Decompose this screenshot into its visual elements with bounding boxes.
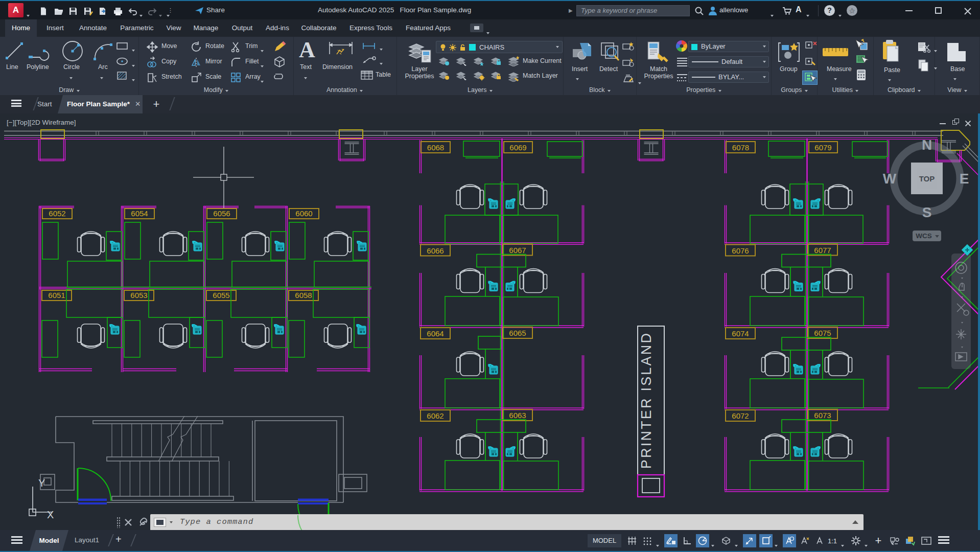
svg-text:6067: 6067 <box>509 246 526 255</box>
svg-text:N: N <box>922 137 932 153</box>
svg-text:6054: 6054 <box>131 209 148 218</box>
svg-text:6055: 6055 <box>213 291 229 300</box>
svg-text:6075: 6075 <box>814 329 831 337</box>
svg-text:6072: 6072 <box>732 411 749 420</box>
svg-text:6068: 6068 <box>427 143 444 152</box>
svg-text:6053: 6053 <box>130 291 147 300</box>
svg-text:6069: 6069 <box>509 143 526 152</box>
svg-text:6073: 6073 <box>814 411 831 420</box>
svg-text:6051: 6051 <box>48 291 65 300</box>
svg-text:6065: 6065 <box>509 329 526 337</box>
svg-text:6074: 6074 <box>732 329 749 338</box>
svg-text:6077: 6077 <box>814 246 831 255</box>
svg-text:6056: 6056 <box>213 209 230 218</box>
svg-text:X: X <box>47 509 54 520</box>
svg-text:6078: 6078 <box>732 143 749 152</box>
svg-text:PRINTER ISLAND: PRINTER ISLAND <box>639 332 654 469</box>
svg-text:6062: 6062 <box>427 411 444 420</box>
svg-text:6079: 6079 <box>814 143 831 152</box>
svg-text:S: S <box>922 204 932 220</box>
svg-text:WCS: WCS <box>916 232 932 240</box>
svg-text:E: E <box>960 171 969 187</box>
svg-text:6063: 6063 <box>509 411 526 420</box>
svg-text:6066: 6066 <box>427 246 444 255</box>
svg-text:TOP: TOP <box>919 174 935 183</box>
svg-text:6060: 6060 <box>295 209 312 218</box>
svg-text:6076: 6076 <box>732 246 749 255</box>
svg-text:Y: Y <box>38 477 45 489</box>
svg-text:6064: 6064 <box>427 329 444 338</box>
svg-text:W: W <box>883 171 897 187</box>
svg-text:6058: 6058 <box>295 291 312 300</box>
svg-text:6052: 6052 <box>49 209 65 218</box>
